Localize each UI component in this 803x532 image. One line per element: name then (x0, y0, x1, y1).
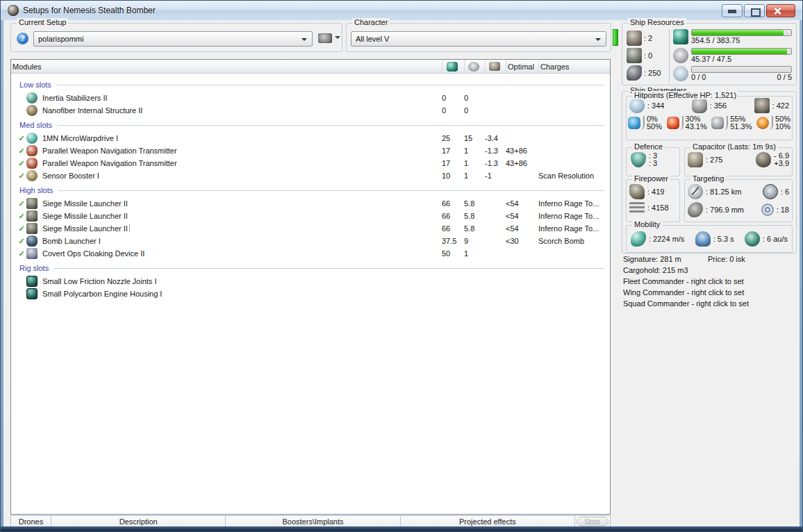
setups-window: Setups for Nemesis Stealth Bomber Curren… (0, 0, 803, 532)
ship-parameters-group: Ship Parameters Hitpoints (Effective HP:… (622, 91, 797, 253)
cloaking-device-icon (26, 248, 38, 259)
charges-icon (627, 65, 642, 81)
kinetic-resist-armor: 51.3% (730, 122, 752, 131)
hitpoints-title: Hitpoints (Effective HP: 1,521) (632, 91, 738, 99)
help-icon[interactable] (17, 33, 28, 44)
close-button[interactable] (766, 4, 795, 17)
modules-column-header: Modules (11, 60, 442, 73)
modules-header[interactable]: Modules Optimal Charges (11, 60, 610, 74)
online-check-icon: ✓ (17, 134, 26, 143)
rig-slots-value: 0 / 5 (777, 73, 792, 82)
module-name: Inertia Stabilizers II (41, 94, 109, 102)
current-setup-value: polarispommi (38, 35, 83, 43)
max-velocity-value: : 2224 m/s (649, 235, 684, 243)
capacitor-recharge-icon (756, 152, 771, 167)
module-name: Sensor Booster I (41, 172, 101, 180)
online-check-icon: ✓ (17, 147, 26, 156)
module-row-selected[interactable]: ✓ Siege Missile Launcher II 66 5.8 <54 I… (11, 222, 610, 235)
module-row[interactable]: Small Low Friction Nozzle Joints I (11, 275, 610, 288)
online-check-icon: ✓ (17, 199, 26, 208)
modules-panel: Modules Optimal Charges Low slots Inerti… (10, 59, 611, 515)
section-rig-slots: Rig slots (11, 261, 610, 275)
sensor-booster-icon (26, 170, 38, 181)
stats-button[interactable]: Stats (577, 517, 609, 526)
window-title: Setups for Nemesis Stealth Bomber (23, 6, 156, 15)
right-panel: Ship Resources : 2 : 0 : 250 354.5 / 383… (619, 20, 798, 528)
align-time-value: : 5.3 s (713, 235, 734, 243)
firepower-dps-icon (629, 184, 645, 199)
module-row[interactable]: ✓ Bomb Launcher I 37.5 9 <30 Scorch Bomb (11, 235, 610, 247)
mobility-title: Mobility (632, 220, 662, 228)
inertia-stabilizers-icon (26, 92, 38, 103)
tools-dropdown-icon[interactable] (335, 36, 340, 42)
powergrid-column-icon (468, 62, 479, 72)
module-name: Siege Missile Launcher II (41, 212, 129, 220)
capacitor-amount-value: : 275 (706, 156, 722, 164)
module-name: Small Polycarbon Engine Housing I (41, 290, 163, 298)
charges-value: : 250 (644, 69, 661, 77)
targeting-range-icon (688, 184, 703, 199)
tab-drones[interactable]: Drones (11, 516, 51, 527)
thermal-resist-icon (667, 117, 679, 129)
capacitor-amount-icon (688, 152, 703, 167)
capacitor-group: Capacitor (Lasts: 1m 9s) : 275 - 6.9+3.9 (684, 147, 793, 176)
online-check-icon: ✓ (17, 159, 26, 168)
module-name: Small Low Friction Nozzle Joints I (41, 277, 158, 285)
warp-speed-icon (745, 231, 760, 247)
module-row[interactable]: ✓ Siege Missile Launcher II 66 5.8 <54 I… (11, 210, 610, 222)
optimal-column-header: Optimal (506, 60, 538, 73)
targeting-title: Targeting (690, 174, 726, 183)
module-row[interactable]: Inertia Stabilizers II 0 0 (11, 92, 610, 104)
bomb-launcher-icon (26, 235, 38, 247)
tab-boosters-implants[interactable]: Boosters\Implants (226, 516, 400, 527)
window-bottom-border (1, 526, 802, 531)
firepower-title: Firepower (632, 174, 670, 183)
defence-bottom-value: : 3 (649, 159, 657, 167)
signature-value: Signature: 281 m (623, 253, 708, 265)
kinetic-resist-icon (711, 117, 724, 129)
align-time-icon (695, 231, 711, 247)
online-check-icon: ✓ (17, 212, 26, 221)
maximize-button[interactable] (744, 4, 765, 17)
nav-transmitter-icon (26, 158, 38, 169)
hull-hp-value: : 422 (772, 101, 789, 110)
microwarpdrive-icon (26, 133, 38, 144)
calibration-bar (691, 66, 792, 73)
fleet-commander-text[interactable]: Fleet Commander - right click to set (623, 276, 797, 287)
title-bar[interactable]: Setups for Nemesis Stealth Bomber (1, 1, 802, 20)
rig-icon (26, 276, 38, 287)
turret-hardpoints-icon (627, 31, 642, 46)
explosive-resist-icon (756, 117, 769, 129)
module-row[interactable]: ✓ Parallel Weapon Navigation Transmitter… (11, 157, 610, 169)
module-row[interactable]: Nanofiber Internal Structure II 0 0 (11, 104, 610, 117)
current-setup-dropdown[interactable]: polarispommi (33, 31, 313, 47)
character-group: Character All level V (346, 23, 611, 52)
module-name: Parallel Weapon Navigation Transmitter (41, 159, 179, 167)
siege-launcher-icon (26, 223, 38, 234)
module-row[interactable]: ✓ Sensor Booster I 10 1 -1 Scan Resoluti… (11, 169, 610, 182)
max-targets-icon (763, 184, 778, 199)
character-dropdown[interactable]: All level V (351, 31, 606, 47)
minimize-button[interactable] (722, 4, 743, 17)
em-resist-armor: 50% (647, 122, 662, 131)
charges-column-header: Charges (538, 60, 610, 73)
launcher-hardpoints-value: : 0 (644, 51, 652, 60)
squad-commander-text[interactable]: Squad Commander - right click to set (623, 298, 797, 309)
module-row[interactable]: ✓ Parallel Weapon Navigation Transmitter… (11, 144, 610, 157)
max-targets-value: : 6 (781, 188, 789, 196)
module-row[interactable]: ✓ Siege Missile Launcher II 66 5.8 <54 I… (11, 197, 610, 210)
ship-tools-icon[interactable] (318, 33, 332, 43)
tab-description[interactable]: Description (51, 516, 226, 527)
firepower-volley-icon (629, 202, 645, 213)
tab-projected-effects[interactable]: Projected effects (401, 516, 575, 527)
module-row[interactable]: Small Polycarbon Engine Housing I (11, 288, 610, 300)
firepower-dps-value: : 419 (647, 188, 664, 196)
explosive-resist-armor: 10% (775, 122, 790, 131)
module-row[interactable]: ✓ 1MN MicroWarpdrive I 25 15 -3.4 (11, 132, 610, 144)
powergrid-icon (673, 48, 688, 63)
section-med-slots: Med slots (11, 118, 610, 132)
current-setup-label: Current Setup (17, 18, 68, 26)
capacitor-recharge-value: +3.9 (774, 159, 789, 167)
module-row[interactable]: ✓ Covert Ops Cloaking Device II 50 1 (11, 247, 610, 260)
wing-commander-text[interactable]: Wing Commander - right click to set (623, 287, 797, 298)
